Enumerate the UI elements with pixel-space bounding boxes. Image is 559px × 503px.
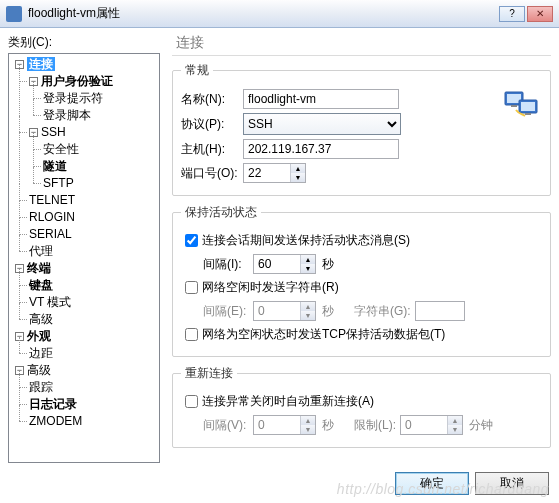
up-arrow-icon[interactable]: ▲	[301, 255, 315, 264]
limit-label: 限制(L):	[354, 417, 396, 434]
idle-tcp-checkbox[interactable]	[185, 328, 198, 341]
tree-vt-mode[interactable]: VT 模式	[29, 295, 71, 309]
tree-user-auth[interactable]: 用户身份验证	[41, 74, 113, 88]
interval-label: 间隔(I):	[203, 256, 253, 273]
idle-interval-input	[254, 302, 300, 320]
protocol-label: 协议(P):	[181, 116, 243, 133]
panel-title: 连接	[172, 34, 551, 55]
tree-telnet[interactable]: TELNET	[29, 193, 75, 207]
port-spinner[interactable]: ▲▼	[243, 163, 306, 183]
up-arrow-icon[interactable]: ▲	[291, 164, 305, 173]
name-label: 名称(N):	[181, 91, 243, 108]
auto-reconnect-label: 连接异常关闭时自动重新连接(A)	[202, 393, 374, 410]
monitors-icon	[502, 89, 542, 123]
down-arrow-icon: ▼	[301, 311, 315, 320]
down-arrow-icon[interactable]: ▼	[291, 173, 305, 182]
tree-advanced-term[interactable]: 高级	[29, 312, 53, 326]
up-arrow-icon: ▲	[301, 302, 315, 311]
auto-reconnect-checkbox[interactable]	[185, 395, 198, 408]
minutes-unit: 分钟	[469, 417, 493, 434]
help-button[interactable]: ?	[499, 6, 525, 22]
send-keepalive-checkbox[interactable]	[185, 234, 198, 247]
watermark-text: http://blog.csdn.net/richarddang	[337, 481, 549, 497]
seconds-unit: 秒	[322, 417, 334, 434]
name-input[interactable]	[243, 89, 399, 109]
tree-ssh[interactable]: SSH	[41, 125, 66, 139]
port-label: 端口号(O):	[181, 165, 243, 182]
string-input	[415, 301, 465, 321]
down-arrow-icon: ▼	[301, 425, 315, 434]
protocol-select[interactable]: SSH	[243, 113, 401, 135]
tree-margins[interactable]: 边距	[29, 346, 53, 360]
tree-tunnel[interactable]: 隧道	[43, 159, 67, 173]
reconnect-group: 重新连接 连接异常关闭时自动重新连接(A) 间隔(V): ▲▼ 秒 限制(L):	[172, 365, 551, 448]
tree-proxy[interactable]: 代理	[29, 244, 53, 258]
close-button[interactable]: ✕	[527, 6, 553, 22]
reconnect-interval-label: 间隔(V):	[203, 417, 253, 434]
string-label: 字符串(G):	[354, 303, 411, 320]
seconds-unit: 秒	[322, 303, 334, 320]
tree-logging[interactable]: 日志记录	[29, 397, 77, 411]
tree-serial[interactable]: SERIAL	[29, 227, 72, 241]
send-keepalive-label: 连接会话期间发送保持活动状态消息(S)	[202, 232, 410, 249]
general-group: 常规 名称(N): 协议(P): SSH	[172, 62, 551, 196]
port-input[interactable]	[244, 164, 290, 182]
reconnect-legend: 重新连接	[181, 365, 237, 382]
reconnect-interval-input	[254, 416, 300, 434]
tree-security[interactable]: 安全性	[43, 142, 79, 156]
general-legend: 常规	[181, 62, 213, 79]
category-label: 类别(C):	[8, 34, 160, 51]
app-icon	[6, 6, 22, 22]
seconds-unit: 秒	[322, 256, 334, 273]
keepalive-legend: 保持活动状态	[181, 204, 261, 221]
svg-rect-3	[521, 102, 535, 111]
tree-zmodem[interactable]: ZMODEM	[29, 414, 82, 428]
limit-input	[401, 416, 447, 434]
tree-terminal[interactable]: 终端	[27, 261, 51, 275]
svg-rect-5	[525, 113, 531, 115]
tree-sftp[interactable]: SFTP	[43, 176, 74, 190]
interval-input[interactable]	[254, 255, 300, 273]
category-tree[interactable]: −连接 −用户身份验证 登录提示符 登录脚本 −SSH 安全性	[8, 53, 160, 463]
up-arrow-icon: ▲	[448, 416, 462, 425]
interval-spinner[interactable]: ▲▼	[253, 254, 316, 274]
host-input[interactable]	[243, 139, 399, 159]
down-arrow-icon: ▼	[448, 425, 462, 434]
tree-rlogin[interactable]: RLOGIN	[29, 210, 75, 224]
idle-interval-label: 间隔(E):	[203, 303, 253, 320]
tree-connection[interactable]: 连接	[27, 57, 55, 71]
idle-interval-spinner: ▲▼	[253, 301, 316, 321]
idle-string-checkbox[interactable]	[185, 281, 198, 294]
down-arrow-icon[interactable]: ▼	[301, 264, 315, 273]
idle-tcp-label: 网络为空闲状态时发送TCP保持活动数据包(T)	[202, 326, 445, 343]
host-label: 主机(H):	[181, 141, 243, 158]
up-arrow-icon: ▲	[301, 416, 315, 425]
tree-appearance[interactable]: 外观	[27, 329, 51, 343]
svg-rect-4	[511, 105, 517, 107]
tree-trace[interactable]: 跟踪	[29, 380, 53, 394]
idle-string-label: 网络空闲时发送字符串(R)	[202, 279, 339, 296]
window-title: floodlight-vm属性	[28, 5, 497, 22]
tree-keyboard[interactable]: 键盘	[29, 278, 53, 292]
limit-spinner: ▲▼	[400, 415, 463, 435]
divider	[172, 55, 551, 56]
reconnect-interval-spinner: ▲▼	[253, 415, 316, 435]
tree-login-prompt[interactable]: 登录提示符	[43, 91, 103, 105]
title-bar: floodlight-vm属性 ? ✕	[0, 0, 559, 28]
tree-advanced[interactable]: 高级	[27, 363, 51, 377]
tree-login-script[interactable]: 登录脚本	[43, 108, 91, 122]
keepalive-group: 保持活动状态 连接会话期间发送保持活动状态消息(S) 间隔(I): ▲▼ 秒 网…	[172, 204, 551, 357]
